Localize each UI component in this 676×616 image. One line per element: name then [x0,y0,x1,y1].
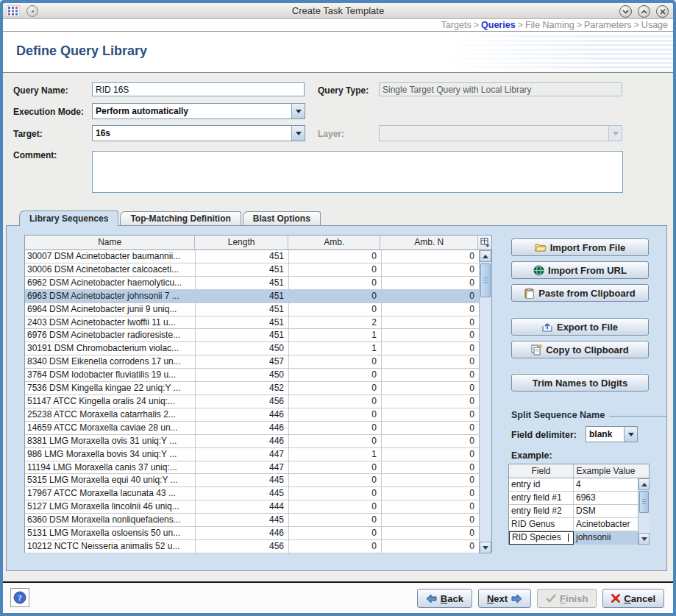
cell-name: 6963 DSM Acinetobacter johnsonii 7 ... [25,290,196,303]
next-button[interactable]: Next [478,589,531,608]
table-row[interactable]: 5131 LMG Moraxella osloensis 50 un... 44… [25,527,480,540]
tab-blast-options[interactable]: Blast Options [243,211,321,225]
column-control-button[interactable] [478,236,491,249]
table-row[interactable]: 6962 DSM Acinetobacter haemolyticu... 45… [25,277,480,290]
cell-field[interactable]: entry id [509,478,574,492]
table-row[interactable]: 30191 DSM Chromobacterium violac... 450 … [25,342,480,355]
target-arrow-button[interactable] [291,126,305,141]
scrollbar-thumb[interactable] [639,491,649,513]
example-table-scrollbar[interactable] [638,478,650,545]
table-row[interactable]: 25238 ATCC Moraxella catarrhalis 2... 44… [25,408,480,422]
target-select[interactable]: 16s [92,125,305,141]
table-row[interactable]: 2403 DSM Acinetobacter lwoffii 11 u... 4… [25,316,480,330]
execution-mode-arrow-button[interactable] [291,104,305,118]
tab-library-sequences[interactable]: Library Sequences [19,210,118,226]
cell-field[interactable]: RID Genus [509,518,574,531]
table-row[interactable]: 30006 DSM Acinetobacter calcoaceti... 45… [25,263,480,277]
globe-icon [533,265,544,276]
field-delimiter-select[interactable]: blank [586,426,638,442]
cell-name: 11194 LMG Moraxella canis 37 uniq:... [25,461,196,475]
cell-example-value[interactable]: johnsonii [574,531,638,545]
breadcrumb-item-targets: Targets [441,20,472,30]
copy-to-clipboard-button[interactable]: Copy to Clipboard [511,341,649,358]
table-row[interactable]: 8340 DSM Eikenella corrodens 17 un... 45… [25,355,480,369]
breadcrumb-item-file-naming: File Naming [525,20,574,30]
table-row[interactable]: 17967 ATCC Moraxella lacunata 43 ... 445… [25,487,480,500]
cancel-button[interactable]: Cancel [602,589,664,608]
cell-example-value[interactable]: Acinetobacter [574,518,638,531]
cell-name: 5131 LMG Moraxella osloensis 50 un... [25,527,196,540]
query-name-input[interactable]: RID 16S [92,82,305,96]
back-button[interactable]: Back [417,589,472,608]
example-row[interactable]: entry field #1 6963 [509,492,638,505]
cell-name: 30006 DSM Acinetobacter calcoaceti... [25,263,196,277]
sequence-table: Name Length Amb. Amb. N 30007 D [24,235,492,553]
cell-amb: 0 [289,474,382,487]
close-button[interactable] [656,5,669,18]
trim-names-to-digits-button[interactable]: Trim Names to Digits [511,374,649,392]
sequence-table-body: 30007 DSM Acinetobacter baumannii... 451… [25,250,480,553]
table-row[interactable]: 7536 DSM Kingella kingae 22 uniq:Y ... 4… [25,382,480,395]
sequence-table-scrollbar[interactable] [479,250,491,553]
table-row[interactable]: 3764 DSM Iodobacter fluviatilis 19 u... … [25,369,480,382]
scroll-up-button[interactable] [638,478,650,490]
table-row[interactable]: 6964 DSM Acinetobacter junii 9 uniq... 4… [25,303,480,316]
breadcrumb-separator: > [632,20,641,30]
table-row[interactable]: 30007 DSM Acinetobacter baumannii... 451… [25,250,480,263]
cell-example-value[interactable]: 6963 [574,492,638,505]
scroll-down-button[interactable] [638,533,650,545]
cell-amb-n: 0 [382,303,480,316]
column-header-field[interactable]: Field [509,464,574,478]
import-from-file-button[interactable]: Import From File [511,238,649,256]
table-row[interactable]: 8381 LMG Moraxella ovis 31 uniq:Y ... 44… [25,435,480,448]
example-table-body: entry id 4 entry field #1 6963 entry fie… [509,478,638,545]
import-from-url-button[interactable]: Import From URL [511,261,649,279]
cell-name: 51147 ATCC Kingella oralis 24 uniq:... [25,395,196,408]
example-row[interactable]: entry field #2 DSM [509,505,638,518]
execution-mode-select[interactable]: Perform automatically [92,103,305,119]
content-area: Query Name: RID 16S Query Type: Single T… [3,73,673,581]
paste-from-clipboard-button[interactable]: Paste from Clipboard [511,284,649,302]
table-row[interactable]: 5127 LMG Moraxella lincolnii 46 uniq... … [25,500,480,514]
table-row[interactable]: 10212 NCTC Neisseria animalis 52 u... 45… [25,540,480,553]
column-header-length[interactable]: Length [195,236,288,249]
cell-amb: 0 [289,277,382,290]
example-row[interactable]: RID Species johnsonii [509,531,638,545]
wizard-buttons: Back Next Finish [417,589,664,608]
column-header-amb[interactable]: Amb. [288,236,381,249]
cell-field[interactable]: RID Species [509,531,574,545]
cell-example-value[interactable]: DSM [574,505,638,518]
minimize-button[interactable] [619,5,632,18]
cell-amb: 0 [289,435,382,448]
help-button[interactable]: ? [10,588,29,607]
table-row[interactable]: 6963 DSM Acinetobacter johnsonii 7 ... 4… [25,290,480,303]
table-row[interactable]: 6360 DSM Moraxella nonliquefaciens... 44… [25,514,480,527]
scroll-down-button[interactable] [480,542,491,553]
cell-field[interactable]: entry field #2 [509,505,574,518]
column-header-amb-n[interactable]: Amb. N [380,236,478,249]
scroll-up-button[interactable] [480,250,491,262]
cell-field[interactable]: entry field #1 [509,492,574,505]
table-row[interactable]: 986 LMG Moraxella bovis 34 uniq:Y ... 44… [25,448,480,461]
triangle-down-icon [483,546,488,550]
table-row[interactable]: 14659 ATCC Moraxella caviae 28 un... 446… [25,422,480,435]
comment-textarea[interactable] [92,151,623,193]
table-row[interactable]: 5315 LMG Moraxella equi 40 uniq:Y ... 44… [25,474,480,487]
cell-example-value[interactable]: 4 [574,478,638,492]
cell-name: 30007 DSM Acinetobacter baumannii... [25,250,196,263]
field-delimiter-arrow-button[interactable] [624,427,637,442]
cell-amb-n: 0 [382,316,480,330]
example-row[interactable]: RID Genus Acinetobacter [509,518,638,531]
example-row[interactable]: entry id 4 [509,478,638,492]
column-header-example-value[interactable]: Example Value [574,464,638,478]
table-row[interactable]: 51147 ATCC Kingella oralis 24 uniq:... 4… [25,395,480,408]
table-row[interactable]: 6976 DSM Acinetobacter radioresiste... 4… [25,329,480,342]
tab-top-matching-definition[interactable]: Top-Matching Definition [120,211,241,225]
export-to-file-button[interactable]: Export to File [511,318,649,336]
cell-length: 450 [196,342,289,355]
table-row[interactable]: 11194 LMG Moraxella canis 37 uniq:... 44… [25,461,480,475]
column-header-name[interactable]: Name [25,236,195,249]
target-value: 16s [93,126,291,141]
maximize-button[interactable] [638,5,650,18]
scrollbar-thumb[interactable] [480,263,491,297]
